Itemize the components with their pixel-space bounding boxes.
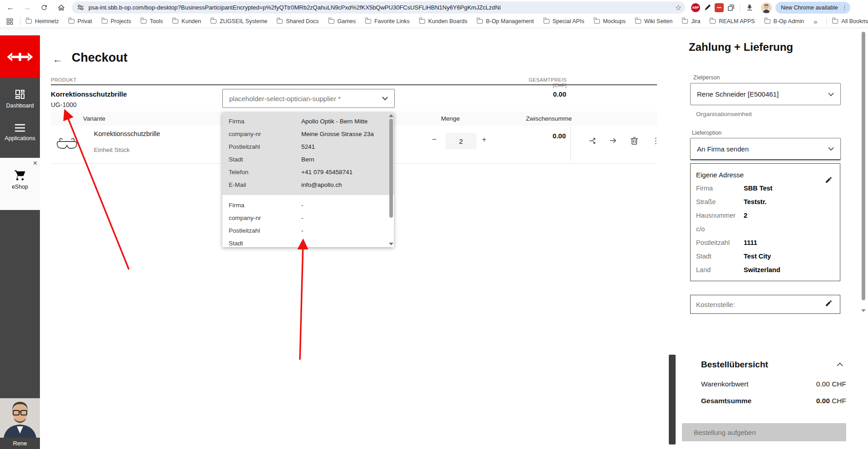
home-icon[interactable] bbox=[54, 1, 68, 14]
bookmark-folder[interactable]: Favorite Links bbox=[365, 18, 410, 24]
zielperson-select[interactable]: Rene Schneider [E500461] bbox=[690, 83, 841, 105]
lieferoption-select[interactable]: An Firma senden bbox=[690, 138, 841, 160]
page-title: Checkout bbox=[72, 51, 128, 65]
annotation-arrow-option bbox=[300, 241, 303, 360]
bookmarks-separator bbox=[20, 17, 20, 25]
sidebar-nav: Dashboard Applications bbox=[0, 78, 40, 158]
product-column-header: PRODUKT bbox=[51, 77, 77, 83]
cart-icon bbox=[14, 169, 26, 181]
bookmark-folder[interactable]: Heimnetz bbox=[26, 18, 59, 24]
kebab-icon[interactable]: ⋮ bbox=[842, 4, 848, 11]
bookmark-folder[interactable]: Kunden bbox=[172, 18, 201, 24]
supplier-select[interactable]: placeholder-select-optician-supplier * bbox=[222, 89, 395, 108]
address-row-label: Straße bbox=[696, 198, 744, 205]
reload-icon[interactable] bbox=[37, 1, 51, 14]
user-name: Rene bbox=[0, 438, 40, 449]
option-row-value: Meine Grosse Strasse 23a bbox=[301, 131, 387, 137]
address-row-value: 1111 bbox=[744, 239, 757, 246]
forward-icon[interactable]: → bbox=[20, 1, 34, 14]
quantity-input[interactable]: 2 bbox=[446, 133, 476, 149]
bookmark-folder[interactable]: REALM APPS bbox=[710, 18, 755, 24]
chrome-update-button[interactable]: New Chrome available ⋮ bbox=[775, 2, 850, 14]
supplier-option-apollo[interactable]: FirmaApollo Optik - Bern Mitte company-n… bbox=[222, 112, 394, 195]
sbb-logo[interactable] bbox=[0, 35, 40, 78]
option-row-label: Firma bbox=[229, 118, 301, 125]
dashboard-icon bbox=[15, 89, 25, 100]
option-row-value: - bbox=[301, 227, 387, 234]
sidebar-spacer bbox=[0, 210, 40, 398]
translate-extension-icon[interactable]: ••• bbox=[713, 2, 725, 14]
move-arrow-icon[interactable] bbox=[607, 135, 619, 146]
address-row-label: Stadt bbox=[696, 253, 744, 260]
kostenstelle-label: Kostenstelle: bbox=[696, 301, 735, 308]
user-profile[interactable]: Rene bbox=[0, 398, 40, 449]
applications-icon bbox=[14, 123, 26, 132]
bookmark-folder[interactable]: Wiki Seiten bbox=[635, 18, 673, 24]
dropdown-scrollbar-thumb[interactable] bbox=[389, 119, 393, 218]
option-row-label: company-nr bbox=[229, 131, 301, 137]
edit-address-icon[interactable] bbox=[825, 176, 833, 184]
adblock-extension-icon[interactable]: ABP bbox=[690, 2, 701, 14]
order-summary-title: Bestellübersicht bbox=[701, 360, 768, 370]
address-row-label: Postleitzahl bbox=[696, 239, 744, 246]
dropdown-scrollbar bbox=[389, 113, 393, 246]
bookmark-folder[interactable]: Shared Docs bbox=[277, 18, 319, 24]
bookmark-folder[interactable]: Tools bbox=[141, 18, 163, 24]
app-sidebar: Dashboard Applications × eShop bbox=[0, 28, 40, 449]
folder-icon bbox=[172, 19, 178, 24]
site-settings-icon[interactable] bbox=[77, 4, 84, 11]
bookmarks-overflow-icon[interactable]: » bbox=[814, 18, 817, 25]
bookmark-folder[interactable]: Mockups bbox=[594, 18, 626, 24]
folder-icon bbox=[477, 19, 483, 24]
bookmark-folder[interactable]: ZUGSEIL Systeme bbox=[211, 18, 267, 24]
delivery-address-card: Eigene Adresse FirmaSBB Test StraßeTests… bbox=[690, 163, 840, 281]
sidebar-item-applications[interactable]: Applications bbox=[0, 123, 40, 142]
quantity-increase-button[interactable]: + bbox=[482, 136, 486, 143]
profile-avatar[interactable] bbox=[761, 2, 772, 13]
bookmark-folder[interactable]: Projects bbox=[102, 18, 131, 24]
bookmark-folder[interactable]: Games bbox=[329, 18, 356, 24]
all-bookmarks-button[interactable]: All Bookmarks bbox=[832, 18, 868, 24]
lieferoption-value: An Firma senden bbox=[697, 145, 828, 153]
sidebar-item-eshop[interactable]: eShop bbox=[0, 169, 40, 190]
organisationseinheit-hint: Organisationseinheit bbox=[696, 111, 752, 117]
folder-icon bbox=[419, 19, 425, 24]
submit-order-button[interactable]: Bestellung aufgeben bbox=[682, 423, 846, 441]
folder-icon bbox=[765, 19, 770, 24]
scroll-up-icon[interactable] bbox=[389, 114, 393, 117]
close-icon[interactable]: × bbox=[33, 160, 37, 167]
back-button[interactable]: ← bbox=[53, 54, 63, 64]
bookmark-folder[interactable]: Special APIs bbox=[544, 18, 584, 24]
glasses-icon bbox=[56, 136, 78, 152]
option-row-value: - bbox=[301, 215, 387, 221]
bookmark-folder[interactable]: Kunden Boards bbox=[419, 18, 467, 24]
browser-window: ← → psa-int.sbb.b-op.com/bop-desktop?Bus… bbox=[0, 0, 868, 449]
apps-grid-icon[interactable] bbox=[4, 15, 15, 27]
pen-extension-icon[interactable] bbox=[701, 2, 713, 14]
bookmarks-separator bbox=[826, 17, 827, 25]
option-row-label: Telefon bbox=[229, 169, 301, 176]
panel-scrollbar-thumb[interactable] bbox=[862, 32, 865, 300]
url-text[interactable]: psa-int.sbb.b-op.com/bop-desktop?Busines… bbox=[88, 4, 675, 11]
back-icon[interactable]: ← bbox=[4, 1, 17, 14]
summary-scrollbar-thumb[interactable] bbox=[669, 355, 676, 444]
split-icon[interactable] bbox=[586, 135, 598, 146]
bookmark-folder[interactable]: Privat bbox=[69, 18, 92, 24]
more-options-icon[interactable]: ⋮ bbox=[650, 135, 662, 146]
bookmark-folder[interactable]: Jira bbox=[682, 18, 700, 24]
edit-cost-center-icon[interactable] bbox=[825, 299, 833, 307]
star-icon[interactable]: ☆ bbox=[675, 3, 682, 12]
quantity-decrease-button[interactable]: − bbox=[432, 136, 436, 143]
bookmark-folder[interactable]: B-Op Admin bbox=[765, 18, 804, 24]
bookmark-folder[interactable]: B-Op Management bbox=[477, 18, 534, 24]
chevron-up-icon[interactable] bbox=[837, 362, 843, 366]
supplier-dropdown: FirmaApollo Optik - Bern Mitte company-n… bbox=[222, 112, 394, 247]
scroll-down-icon[interactable] bbox=[389, 243, 393, 245]
extension-icon[interactable] bbox=[725, 2, 737, 14]
supplier-option-empty[interactable]: Firma- company-nr- Postleitzahl- Stadt- bbox=[222, 195, 394, 249]
trash-icon[interactable] bbox=[628, 135, 640, 146]
sidebar-item-dashboard[interactable]: Dashboard bbox=[0, 89, 40, 109]
scroll-down-icon[interactable] bbox=[861, 309, 866, 312]
download-icon[interactable] bbox=[743, 1, 756, 14]
address-bar[interactable]: psa-int.sbb.b-op.com/bop-desktop?Busines… bbox=[72, 1, 685, 14]
